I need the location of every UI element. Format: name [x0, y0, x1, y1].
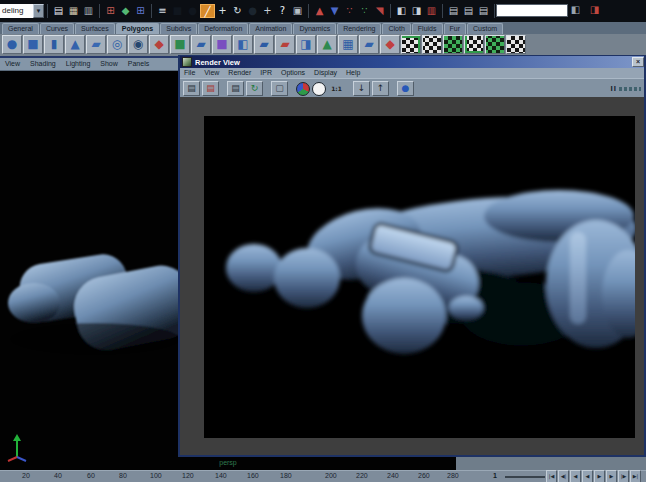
poly-extrude-edge-icon[interactable]: ▰	[191, 35, 211, 54]
tab-surfaces[interactable]: Surfaces	[75, 23, 115, 34]
close-window-button[interactable]: ×	[632, 57, 644, 67]
keep-image-icon[interactable]: ↓	[353, 81, 370, 96]
poly-sphere-icon[interactable]: ●	[2, 35, 22, 54]
show-ui-toggle-icon[interactable]: ◧	[568, 2, 583, 18]
ipr-render-icon[interactable]: ▤	[227, 81, 244, 96]
poly-merge-icon[interactable]: ▰	[275, 35, 295, 54]
pivot-icon[interactable]: ◆	[380, 35, 400, 54]
remove-image-icon[interactable]: ↑	[372, 81, 389, 96]
poly-smooth-icon[interactable]: ◆	[149, 35, 169, 54]
go-to-start-button[interactable]: |◀	[546, 470, 557, 482]
scale-tool-icon[interactable]: ●	[245, 3, 260, 19]
render-current-frame-icon[interactable]: ▤	[446, 3, 461, 19]
tab-rendering[interactable]: Rendering	[337, 23, 381, 34]
poly-flip-icon[interactable]: ◨	[296, 35, 316, 54]
viewport-menu-lighting[interactable]: Lighting	[66, 58, 91, 70]
panel-left-icon[interactable]: ◧	[394, 3, 409, 19]
new-scene-icon[interactable]: ▤	[51, 3, 66, 19]
poly-uv-icon[interactable]: ▦	[338, 35, 358, 54]
dots-green-icon[interactable]: ∵	[357, 3, 372, 19]
rv-menu-view[interactable]: View	[204, 68, 219, 78]
tab-custom[interactable]: Custom	[467, 23, 503, 34]
flag-blue-icon[interactable]: ▼	[327, 3, 342, 19]
viewport-menu-panels[interactable]: Panels	[128, 58, 149, 70]
tab-animation[interactable]: Animation	[249, 23, 292, 34]
snap-curve-icon[interactable]: ◆	[118, 3, 133, 19]
tab-subdivs[interactable]: Subdivs	[160, 23, 197, 34]
tab-dynamics[interactable]: Dynamics	[293, 23, 336, 34]
panel-right-icon[interactable]: ◨	[409, 3, 424, 19]
flag-red-icon[interactable]: ▲	[312, 3, 327, 19]
render-globals-icon[interactable]: ▤	[476, 3, 491, 19]
refresh-ipr-icon[interactable]: ↻	[246, 81, 263, 96]
input-operations-icon[interactable]: ≡	[155, 3, 170, 19]
pause-ipr-button[interactable]: II	[611, 84, 617, 93]
help-icon[interactable]: ?	[275, 3, 290, 19]
select-hierarchy-icon[interactable]: ■	[170, 3, 185, 19]
checker-texture-icon[interactable]	[401, 35, 421, 54]
rv-menu-render[interactable]: Render	[228, 68, 251, 78]
play-forward-button[interactable]: ▶	[594, 470, 605, 482]
rendered-image[interactable]	[204, 116, 635, 438]
rv-menu-display[interactable]: Display	[314, 68, 337, 78]
viewport-menu-shading[interactable]: Shading	[30, 58, 56, 70]
menu-set-dropdown-arrow-icon[interactable]: ▼	[33, 4, 44, 18]
menu-set-selector[interactable]: deling	[0, 4, 33, 18]
tab-fur[interactable]: Fur	[444, 23, 467, 34]
rv-menu-help[interactable]: Help	[346, 68, 360, 78]
render-view-titlebar[interactable]: Render View ×	[180, 56, 644, 68]
active-tool-icon[interactable]: ╱	[200, 4, 215, 18]
move-tool-icon[interactable]: +	[215, 3, 230, 19]
checker-texture-icon[interactable]	[485, 35, 505, 54]
save-scene-icon[interactable]: ▥	[81, 3, 96, 19]
step-fwd-key-button[interactable]: ▶	[606, 470, 617, 482]
poly-torus-icon[interactable]: ◎	[107, 35, 127, 54]
poly-cylinder-icon[interactable]: ▮	[44, 35, 64, 54]
snap-point-icon[interactable]: ⊞	[133, 3, 148, 19]
quick-command-input[interactable]	[496, 4, 568, 17]
tab-cloth[interactable]: Cloth	[382, 23, 410, 34]
rotate-tool-icon[interactable]: ↻	[230, 3, 245, 19]
checker-texture-icon[interactable]	[443, 35, 463, 54]
panel-red-icon[interactable]: ▥	[424, 3, 439, 19]
rgb-channels-icon[interactable]	[296, 82, 310, 96]
poly-plane-icon[interactable]: ▰	[86, 35, 106, 54]
play-backwards-button[interactable]: ◀	[582, 470, 593, 482]
tab-general[interactable]: General	[2, 23, 39, 34]
dots-red-icon[interactable]: ∵	[342, 3, 357, 19]
tab-curves[interactable]: Curves	[40, 23, 74, 34]
poly-cube-icon[interactable]: ■	[23, 35, 43, 54]
tab-fluids[interactable]: Fluids	[412, 23, 443, 34]
poly-extrude-face-icon[interactable]: ■	[170, 35, 190, 54]
rv-menu-ipr[interactable]: IPR	[260, 68, 272, 78]
select-object-icon[interactable]: ●	[185, 3, 200, 19]
wing-red-icon[interactable]: ◥	[372, 3, 387, 19]
poly-project-icon[interactable]: ▰	[359, 35, 379, 54]
open-scene-icon[interactable]: ▦	[66, 3, 81, 19]
subdiv-cube-icon[interactable]: ■	[212, 35, 232, 54]
tab-polygons[interactable]: Polygons	[116, 23, 160, 34]
step-back-key-button[interactable]: ◀	[570, 470, 581, 482]
viewport-menu-view[interactable]: View	[5, 58, 20, 70]
rv-menu-file[interactable]: File	[184, 68, 195, 78]
checker-texture-icon[interactable]	[506, 35, 526, 54]
poly-cone-icon[interactable]: ▲	[65, 35, 85, 54]
redo-previous-render-icon[interactable]: ▤	[202, 81, 219, 96]
hide-ui-toggle-icon[interactable]: ◨	[587, 2, 602, 18]
step-fwd-frame-button[interactable]: |▶	[618, 470, 629, 482]
snap-grid-icon[interactable]: ⊞	[103, 3, 118, 19]
plus-tool-icon[interactable]: +	[260, 3, 275, 19]
alpha-channel-icon[interactable]	[312, 82, 326, 96]
lock-icon[interactable]: ▣	[290, 3, 305, 19]
snapshot-icon[interactable]: ▢	[271, 81, 288, 96]
rv-menu-options[interactable]: Options	[281, 68, 305, 78]
go-to-end-button[interactable]: ▶|	[630, 470, 641, 482]
real-size-icon[interactable]: 1:1	[328, 81, 345, 96]
poly-normals-icon[interactable]: ▲	[317, 35, 337, 54]
time-slider[interactable]: 20406080100120140160180200220240260280 1…	[0, 470, 646, 482]
step-back-frame-button[interactable]: ◀|	[558, 470, 569, 482]
poly-split-icon[interactable]: ▰	[254, 35, 274, 54]
checker-texture-icon[interactable]	[464, 35, 484, 54]
render-current-frame-icon[interactable]: ▤	[183, 81, 200, 96]
checker-texture-icon[interactable]	[422, 35, 442, 54]
